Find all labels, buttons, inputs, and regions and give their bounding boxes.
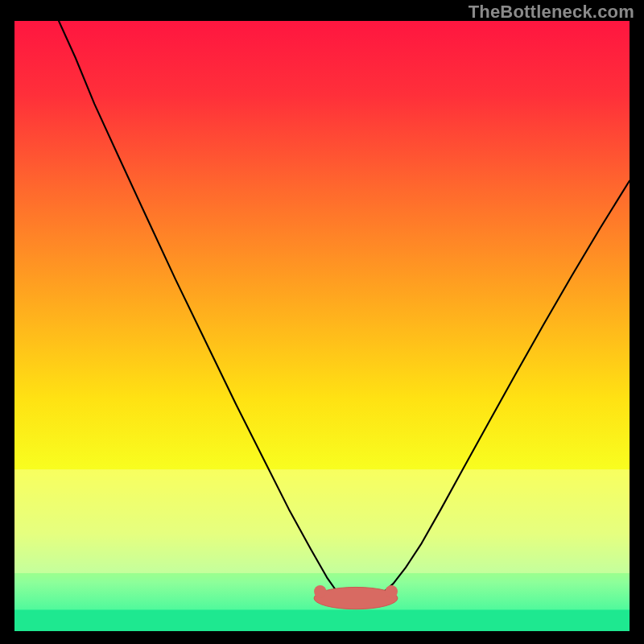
optimal-marker-left	[314, 585, 326, 597]
watermark-text: TheBottleneck.com	[469, 2, 634, 23]
green-strip	[14, 609, 630, 631]
optimal-marker-right	[386, 585, 398, 597]
chart-frame: TheBottleneck.com	[0, 0, 644, 644]
pale-band	[14, 469, 630, 573]
optimal-marker	[314, 587, 398, 609]
plot-area	[14, 21, 630, 631]
plot-svg	[14, 21, 630, 631]
